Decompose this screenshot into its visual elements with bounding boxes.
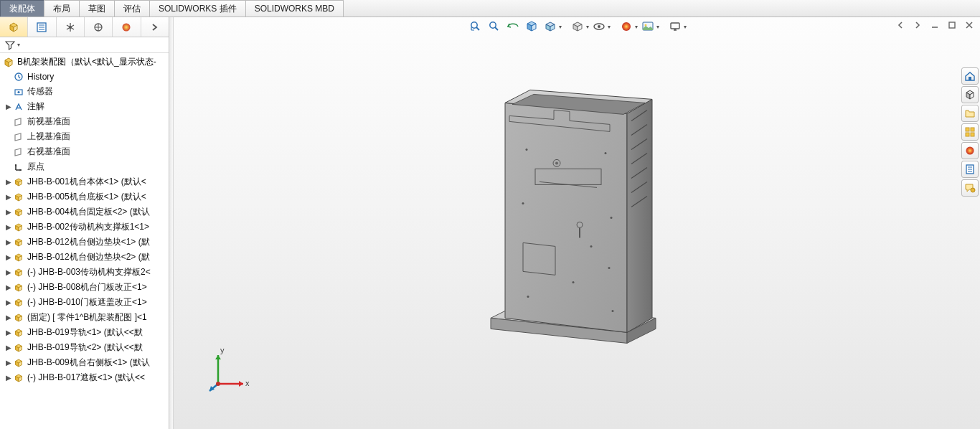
- close-window-icon[interactable]: [963, 19, 976, 32]
- part-icon: [13, 372, 24, 384]
- graphics-viewport[interactable]: ▾ ▾ ▾ ▾ ▾ ▾: [174, 17, 980, 429]
- main-tab-bar: 装配体布局草图评估SOLIDWORKS 插件SOLIDWORKS MBD: [0, 0, 980, 17]
- tree-item[interactable]: ▶(-) JHB-B-010门板遮盖改正<1>: [0, 295, 169, 310]
- filter-dropdown-arrow[interactable]: ▾: [17, 42, 20, 48]
- main-tab-5[interactable]: SOLIDWORKS MBD: [245, 0, 344, 16]
- dropdown-arrow-icon[interactable]: ▾: [656, 24, 659, 30]
- expand-toggle-icon[interactable]: ▶: [4, 103, 13, 110]
- tree-item[interactable]: ▶JHB-B-019导轨<2> (默认<<默: [0, 340, 169, 355]
- svg-rect-15: [949, 22, 955, 28]
- expand-toggle-icon[interactable]: ▶: [4, 268, 13, 276]
- minimize-window-icon[interactable]: [928, 19, 941, 32]
- svg-rect-17: [966, 128, 969, 131]
- tree-item[interactable]: ▶JHB-B-012机台侧边垫块<1> (默: [0, 235, 169, 250]
- tree-item[interactable]: History: [0, 70, 169, 84]
- svg-point-28: [526, 148, 528, 151]
- scene-icon[interactable]: [639, 19, 656, 34]
- tree-item[interactable]: ▶注解: [0, 99, 169, 114]
- tree-item[interactable]: 传感器: [0, 84, 169, 99]
- tree-item[interactable]: ▶JHB-B-012机台侧边垫块<2> (默: [0, 250, 169, 265]
- maximize-window-icon[interactable]: [946, 19, 958, 32]
- tree-item-label: JHB-B-009机台右侧板<1> (默认: [27, 357, 150, 369]
- dropdown-arrow-icon[interactable]: ▾: [608, 24, 611, 30]
- file-explorer-icon[interactable]: [961, 105, 979, 122]
- filter-icon[interactable]: [4, 39, 16, 51]
- panel-tab-config-icon[interactable]: [57, 17, 85, 37]
- main-tab-1[interactable]: 布局: [44, 0, 80, 16]
- tree-item-label: 原点: [27, 161, 44, 173]
- part-icon: [13, 282, 24, 293]
- section-view-icon[interactable]: [523, 19, 540, 34]
- tree-item[interactable]: 右视基准面: [0, 144, 169, 159]
- expand-toggle-icon[interactable]: ▶: [4, 314, 13, 321]
- tree-item[interactable]: ▶JHB-B-001机台本体<1> (默认<: [0, 174, 169, 189]
- tree-item[interactable]: ▶JHB-B-009机台右侧板<1> (默认: [0, 355, 169, 370]
- tree-item[interactable]: ▶(-) JHB-B-017遮板<1> (默认<<: [0, 370, 169, 385]
- expand-toggle-icon[interactable]: ▶: [4, 238, 13, 246]
- view-palette-icon[interactable]: [961, 123, 979, 141]
- dropdown-arrow-icon[interactable]: ▾: [635, 24, 638, 30]
- feature-manager-panel: ▾ B机架装配图（默认<默认_显示状态-History传感器▶注解前视基准面上视…: [0, 17, 169, 429]
- tree-item-label: JHB-B-012机台侧边垫块<1> (默: [27, 236, 150, 248]
- panel-tab-appearance-icon[interactable]: [113, 17, 141, 37]
- expand-toggle-icon[interactable]: ▶: [4, 283, 13, 291]
- dropdown-arrow-icon[interactable]: ▾: [559, 24, 562, 30]
- view-orientation-icon[interactable]: [542, 19, 559, 34]
- svg-point-34: [612, 310, 614, 312]
- appearances-icon[interactable]: [961, 142, 979, 159]
- panel-tab-strip: [0, 17, 169, 37]
- expand-toggle-icon[interactable]: ▶: [4, 223, 13, 231]
- prev-window-icon[interactable]: [894, 19, 907, 32]
- main-tab-0[interactable]: 装配体: [0, 0, 44, 16]
- expand-toggle-icon[interactable]: ▶: [4, 253, 13, 261]
- custom-properties-icon[interactable]: [961, 161, 979, 178]
- expand-toggle-icon[interactable]: ▶: [4, 298, 13, 306]
- expand-toggle-icon[interactable]: ▶: [4, 374, 13, 382]
- tree-item[interactable]: ▶JHB-B-019导轨<1> (默认<<默: [0, 325, 169, 340]
- tree-root[interactable]: B机架装配图（默认<默认_显示状态-: [0, 55, 169, 70]
- dropdown-arrow-icon[interactable]: ▾: [586, 24, 589, 30]
- expand-toggle-icon[interactable]: ▶: [4, 208, 13, 216]
- svg-point-37: [216, 382, 220, 386]
- expand-toggle-icon[interactable]: ▶: [4, 344, 13, 352]
- panel-tab-more-icon[interactable]: [141, 17, 169, 37]
- history-icon: [13, 71, 24, 82]
- tree-item[interactable]: 上视基准面: [0, 129, 169, 144]
- next-window-icon[interactable]: [911, 19, 924, 32]
- tree-item-label: (固定) [ 零件1^B机架装配图 ]<1: [27, 311, 147, 324]
- panel-tab-assembly-icon[interactable]: [0, 17, 28, 37]
- expand-toggle-icon[interactable]: ▶: [4, 178, 13, 186]
- expand-toggle-icon[interactable]: ▶: [4, 359, 13, 367]
- tree-item[interactable]: ▶(-) JHB-B-003传动机构支撑板2<: [0, 265, 169, 280]
- display-style-icon[interactable]: [569, 19, 586, 34]
- tree-item-label: (-) JHB-B-003传动机构支撑板2<: [27, 266, 151, 278]
- home-icon[interactable]: [961, 67, 979, 85]
- tree-item[interactable]: 前视基准面: [0, 114, 169, 129]
- forum-icon[interactable]: [961, 179, 979, 197]
- hide-show-icon[interactable]: [590, 19, 608, 34]
- zoom-area-icon[interactable]: [486, 19, 503, 34]
- tree-item[interactable]: ▶JHB-B-002传动机构支撑板1<1>: [0, 220, 169, 235]
- appearance-icon[interactable]: [618, 19, 635, 34]
- expand-toggle-icon[interactable]: ▶: [4, 193, 13, 201]
- design-library-icon[interactable]: [961, 86, 979, 103]
- svg-point-35: [590, 245, 593, 248]
- main-tab-3[interactable]: 评估: [114, 0, 150, 16]
- main-tab-2[interactable]: 草图: [79, 0, 115, 16]
- panel-tab-properties-icon[interactable]: [28, 17, 56, 37]
- expand-toggle-icon[interactable]: ▶: [4, 329, 13, 336]
- tree-item[interactable]: 原点: [0, 159, 169, 174]
- main-tab-4[interactable]: SOLIDWORKS 插件: [149, 0, 246, 16]
- zoom-fit-icon[interactable]: [467, 19, 484, 34]
- previous-view-icon[interactable]: [504, 19, 522, 34]
- tree-item[interactable]: ▶(-) JHB-B-008机台门板改正<1>: [0, 280, 169, 295]
- tree-item-label: History: [27, 72, 54, 82]
- orientation-triad[interactable]: x y: [204, 344, 254, 395]
- view-settings-icon[interactable]: [666, 19, 684, 34]
- panel-tab-display-icon[interactable]: [85, 17, 113, 37]
- tree-item[interactable]: ▶(固定) [ 零件1^B机架装配图 ]<1: [0, 310, 169, 325]
- svg-point-32: [611, 217, 613, 219]
- dropdown-arrow-icon[interactable]: ▾: [684, 24, 687, 30]
- tree-item[interactable]: ▶JHB-B-004机台固定板<2> (默认: [0, 204, 169, 220]
- tree-item[interactable]: ▶JHB-B-005机台底板<1> (默认<: [0, 189, 169, 204]
